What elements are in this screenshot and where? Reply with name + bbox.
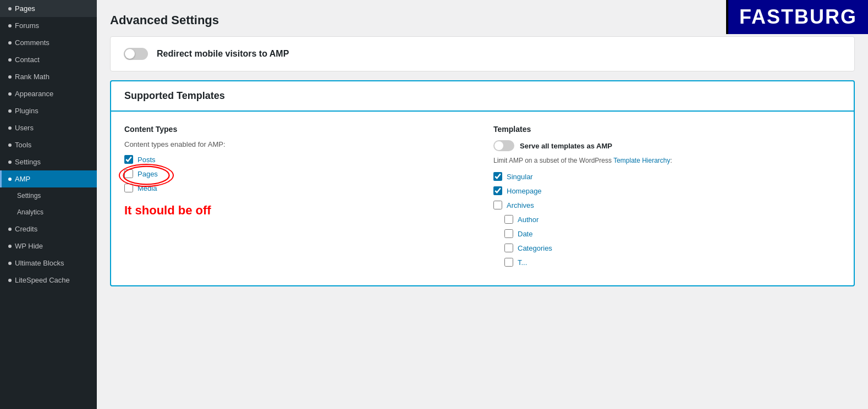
sidebar-item-ultimate-blocks[interactable]: Ultimate Blocks	[0, 255, 97, 272]
logo-banner: FASTBURG	[726, 0, 868, 34]
categories-label: Categories	[518, 244, 552, 252]
sidebar: Pages Forums Comments Contact Rank Math …	[0, 0, 97, 409]
sidebar-sub-settings[interactable]: Settings	[0, 187, 97, 204]
date-label: Date	[518, 230, 532, 238]
media-checkbox-row[interactable]: Media	[124, 184, 471, 192]
sidebar-item-settings[interactable]: Settings	[0, 153, 97, 170]
posts-label: Posts	[138, 156, 156, 164]
templates-column: Templates Serve all templates as AMP Lim…	[493, 125, 840, 272]
sidebar-item-pages[interactable]: Pages	[0, 0, 97, 17]
sidebar-item-forums[interactable]: Forums	[0, 17, 97, 34]
supported-templates-header: Supported Templates	[111, 81, 854, 112]
t-checkbox[interactable]	[504, 258, 513, 267]
redirect-mobile-toggle[interactable]	[124, 48, 148, 60]
sidebar-item-credits[interactable]: Credits	[0, 220, 97, 237]
sidebar-item-plugins[interactable]: Plugins	[0, 102, 97, 119]
sidebar-sub-analytics[interactable]: Analytics	[0, 204, 97, 220]
sidebar-item-rank-math[interactable]: Rank Math	[0, 68, 97, 85]
pages-checkbox[interactable]	[124, 169, 133, 178]
templates-col-title: Templates	[493, 125, 840, 134]
homepage-checkbox-row[interactable]: Homepage	[493, 186, 840, 195]
t-checkbox-row[interactable]: T...	[493, 258, 840, 267]
sidebar-item-litespeed-cache[interactable]: LiteSpeed Cache	[0, 272, 97, 289]
main-content: FASTBURG Advanced Settings Redirect mobi…	[97, 0, 868, 409]
media-label: Media	[138, 184, 157, 192]
content-types-subtitle: Content types enabled for AMP:	[124, 140, 471, 148]
limit-text: Limit AMP on a subset of the WordPress T…	[493, 157, 840, 164]
serve-all-toggle-row: Serve all templates as AMP	[493, 140, 840, 151]
homepage-checkbox[interactable]	[493, 186, 502, 195]
categories-checkbox[interactable]	[504, 244, 513, 252]
annotation-text: It should be off	[124, 203, 471, 218]
template-hierarchy-link[interactable]: Template Hierarchy	[613, 157, 670, 164]
archives-checkbox[interactable]	[493, 201, 502, 209]
singular-checkbox-row[interactable]: Singular	[493, 172, 840, 181]
sidebar-item-appearance[interactable]: Appearance	[0, 85, 97, 102]
pages-label: Pages	[138, 170, 158, 178]
author-checkbox-row[interactable]: Author	[493, 215, 840, 224]
sidebar-item-users[interactable]: Users	[0, 119, 97, 136]
supported-templates-section: Supported Templates Content Types Conten…	[110, 80, 855, 286]
sidebar-item-wp-hide[interactable]: WP Hide	[0, 237, 97, 255]
author-label: Author	[518, 215, 539, 224]
singular-checkbox[interactable]	[493, 172, 502, 181]
content-types-column: Content Types Content types enabled for …	[124, 125, 471, 272]
content-types-title: Content Types	[124, 125, 471, 134]
toggle-section: Redirect mobile visitors to AMP	[110, 36, 855, 71]
posts-checkbox-row[interactable]: Posts	[124, 155, 471, 164]
homepage-label: Homepage	[507, 187, 542, 195]
serve-all-toggle[interactable]	[493, 140, 514, 151]
media-checkbox[interactable]	[124, 184, 133, 192]
sidebar-item-amp[interactable]: AMP	[0, 170, 97, 187]
t-label: T...	[518, 258, 527, 267]
sidebar-item-contact[interactable]: Contact	[0, 51, 97, 68]
sidebar-item-tools[interactable]: Tools	[0, 136, 97, 153]
date-checkbox-row[interactable]: Date	[493, 229, 840, 238]
redirect-mobile-label: Redirect mobile visitors to AMP	[157, 49, 289, 59]
date-checkbox[interactable]	[504, 229, 513, 238]
pages-checkbox-row[interactable]: Pages	[124, 169, 158, 178]
sidebar-item-comments[interactable]: Comments	[0, 34, 97, 51]
author-checkbox[interactable]	[504, 215, 513, 224]
posts-checkbox[interactable]	[124, 155, 133, 164]
archives-label: Archives	[507, 201, 534, 209]
singular-label: Singular	[507, 173, 533, 181]
templates-body: Content Types Content types enabled for …	[111, 112, 854, 285]
categories-checkbox-row[interactable]: Categories	[493, 244, 840, 252]
archives-checkbox-row[interactable]: Archives	[493, 201, 840, 209]
serve-all-label: Serve all templates as AMP	[520, 142, 612, 150]
